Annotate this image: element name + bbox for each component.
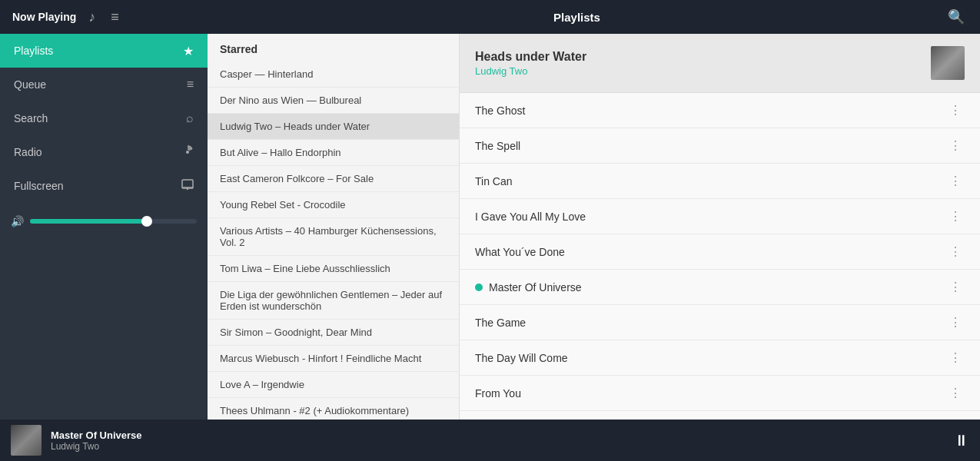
track-name: What You´ve Done (475, 246, 565, 258)
music-icon-btn[interactable]: ♪ (85, 6, 98, 28)
top-bar-left: Now Playing ♪ ≡ (12, 6, 220, 28)
now-playing-title: Now Playing (12, 11, 76, 23)
track-more-button[interactable]: ⋮ (946, 209, 965, 224)
now-playing-title: Master Of Universe (51, 429, 938, 441)
sidebar-item-queue[interactable]: Queue ≡ (0, 68, 208, 101)
track-name: The Day Will Come (475, 352, 568, 364)
list-item[interactable]: Der Nino aus Wien — Bulbureal (208, 88, 459, 114)
track-name: Master Of Universe (475, 281, 582, 294)
track-name: From You (475, 387, 521, 400)
track-header: Heads under Water Ludwig Two (460, 34, 980, 93)
menu-icon-btn[interactable]: ≡ (108, 6, 122, 28)
list-item[interactable]: Tom Liwa – Eine Liebe Ausschliesslich (208, 256, 459, 282)
list-item[interactable]: Various Artists – 40 Hamburger Küchenses… (208, 218, 459, 256)
track-more-button[interactable]: ⋮ (946, 103, 965, 118)
playlists-center-title: Playlists (553, 11, 600, 24)
track-name: The Game (475, 317, 526, 329)
list-item[interactable]: Sir Simon – Goodnight, Dear Mind (208, 320, 459, 346)
track-list-item[interactable]: The Spell ⋮ (460, 128, 980, 164)
volume-control[interactable]: 🔊 (0, 207, 208, 235)
track-more-button[interactable]: ⋮ (946, 244, 965, 259)
top-bar: Now Playing ♪ ≡ Playlists 🔍 (0, 0, 980, 34)
track-list-item[interactable]: What You´ve Done ⋮ (460, 234, 980, 270)
list-item[interactable]: Marcus Wiebusch - Hinfort ! Feindliche M… (208, 346, 459, 372)
track-list-item[interactable]: I Gave You All My Love ⋮ (460, 199, 980, 234)
svg-point-0 (186, 151, 189, 154)
sidebar-item-radio[interactable]: Radio (0, 135, 208, 169)
radio-icon (181, 144, 194, 160)
sidebar-item-playlists[interactable]: Playlists ★ (0, 34, 208, 68)
track-detail: Heads under Water Ludwig Two The Ghost ⋮… (460, 34, 980, 420)
list-item[interactable]: Thees Uhlmann - #2 (+ Audiokommentare) (208, 398, 459, 420)
volume-track[interactable] (30, 219, 197, 224)
list-item[interactable]: Young Rebel Set - Crocodile (208, 192, 459, 218)
playing-dot (475, 284, 483, 291)
track-header-info: Heads under Water Ludwig Two (475, 50, 586, 77)
track-more-button[interactable]: ⋮ (946, 315, 965, 330)
now-playing-art (11, 425, 42, 456)
track-list-item[interactable]: The Ghost ⋮ (460, 93, 980, 128)
track-header-title: Heads under Water (475, 50, 586, 64)
album-art (931, 46, 965, 80)
sidebar-item-fullscreen[interactable]: Fullscreen (0, 169, 208, 203)
volume-fill (30, 219, 147, 224)
sidebar-item-search[interactable]: Search ⌕ (0, 101, 208, 135)
track-more-button[interactable]: ⋮ (946, 280, 965, 294)
search-sidebar-icon: ⌕ (186, 111, 194, 125)
now-playing-bar: Master Of Universe Ludwig Two ⏸ (0, 420, 980, 461)
star-icon: ★ (183, 44, 194, 58)
track-more-button[interactable]: ⋮ (946, 174, 965, 188)
track-header-artist: Ludwig Two (475, 65, 586, 77)
list-item[interactable]: Ludwig Two – Heads under Water (208, 114, 459, 140)
search-icon-btn[interactable]: 🔍 (945, 5, 968, 28)
playlist-section-header: Starred (208, 34, 459, 61)
track-list-item[interactable]: The Day Will Come ⋮ (460, 340, 980, 376)
queue-icon: ≡ (187, 78, 194, 91)
now-playing-info: Master Of Universe Ludwig Two (51, 429, 938, 452)
main-layout: Playlists ★ Queue ≡ Search ⌕ Radio Fulls… (0, 34, 980, 420)
track-name: The Spell (475, 140, 520, 152)
list-item[interactable]: East Cameron Folkcore – For Sale (208, 166, 459, 192)
now-playing-artist: Ludwig Two (51, 441, 938, 452)
track-list-item-playing[interactable]: Master Of Universe ⋮ (460, 270, 980, 305)
playlist-list: Starred Casper — Hinterland Der Nino aus… (208, 34, 460, 420)
track-more-button[interactable]: ⋮ (946, 350, 965, 365)
sidebar: Playlists ★ Queue ≡ Search ⌕ Radio Fulls… (0, 34, 208, 420)
album-art-image (931, 46, 965, 80)
track-name: I Gave You All My Love (475, 211, 586, 223)
list-item[interactable]: Love A – Irgendwie (208, 372, 459, 398)
list-item[interactable]: Casper — Hinterland (208, 61, 459, 88)
track-more-button[interactable]: ⋮ (946, 386, 965, 400)
fullscreen-icon (181, 179, 194, 193)
volume-icon: 🔊 (11, 215, 24, 227)
now-playing-art-image (11, 425, 42, 456)
track-list-item[interactable]: From You ⋮ (460, 376, 980, 411)
list-item[interactable]: Die Liga der gewöhnlichen Gentlemen – Je… (208, 282, 459, 320)
list-item[interactable]: But Alive – Hallo Endorphin (208, 140, 459, 166)
track-name: Tin Can (475, 175, 513, 187)
track-name: The Ghost (475, 104, 525, 117)
track-more-button[interactable]: ⋮ (946, 138, 965, 153)
track-list-item[interactable]: The Game ⋮ (460, 305, 980, 340)
volume-thumb[interactable] (141, 216, 152, 227)
top-bar-right: 🔍 (934, 5, 968, 28)
pause-button[interactable]: ⏸ (954, 432, 969, 449)
top-bar-center: Playlists (220, 11, 934, 24)
content-area: Starred Casper — Hinterland Der Nino aus… (208, 34, 980, 420)
track-list-item[interactable]: Tin Can ⋮ (460, 164, 980, 199)
